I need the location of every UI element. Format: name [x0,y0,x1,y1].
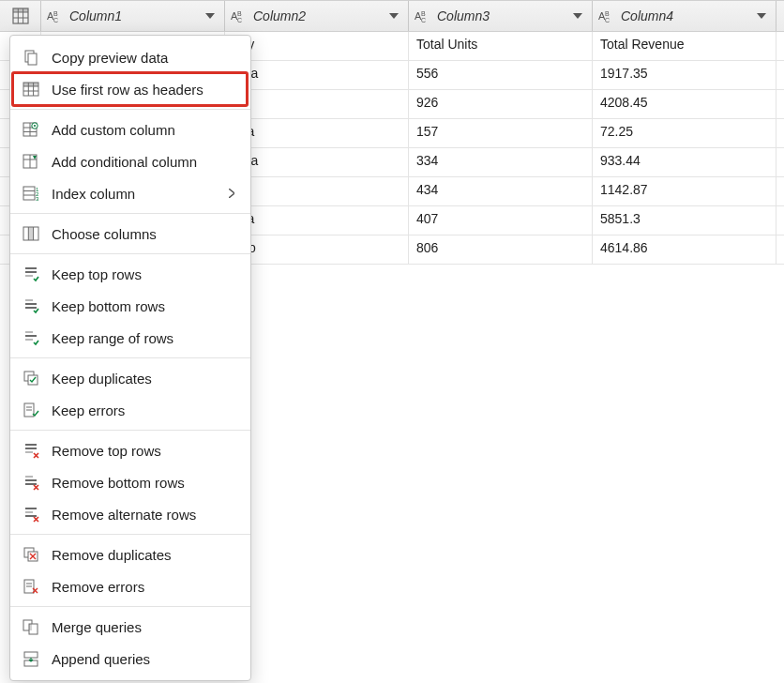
column-header-row: ABC Column1 ABC Column2 ABC Column3 ABC … [0,0,784,32]
menu-remove-top-rows[interactable]: Remove top rows [10,434,250,466]
abc-type-icon: ABC [415,8,433,23]
keep-errors-icon [22,401,40,419]
menu-add-conditional-column[interactable]: Add conditional column [10,145,250,177]
cell[interactable]: 334 [409,148,593,176]
menu-separator [10,606,250,607]
table-corner-button[interactable] [0,1,41,31]
svg-text:C: C [237,17,242,23]
cell[interactable]: A [225,177,409,205]
menu-use-first-row-as-headers[interactable]: Use first row as headers [10,73,250,105]
menu-remove-errors[interactable]: Remove errors [10,570,250,602]
menu-copy-preview-data[interactable]: Copy preview data [10,41,250,73]
table-icon [12,8,29,24]
menu-keep-duplicates[interactable]: Keep duplicates [10,362,250,394]
svg-text:B: B [421,10,426,17]
menu-label: Keep errors [52,402,237,418]
svg-text:C: C [53,17,58,23]
merge-queries-icon [22,617,40,636]
cell[interactable]: Total Revenue [593,32,776,60]
cell[interactable]: ntry [225,32,409,60]
svg-rect-21 [23,83,38,86]
column-header-1[interactable]: ABC Column1 [41,1,225,31]
column-header-2[interactable]: ABC Column2 [225,1,409,31]
column-label: Column2 [253,8,385,23]
menu-remove-bottom-rows[interactable]: Remove bottom rows [10,466,250,498]
keep-bottom-rows-icon [22,296,40,315]
cell[interactable]: 434 [409,177,593,205]
menu-label: Keep duplicates [52,371,237,387]
menu-label: Remove alternate rows [52,507,237,523]
menu-keep-errors[interactable]: Keep errors [10,394,250,426]
remove-errors-icon [22,577,40,596]
cell[interactable]: 556 [409,61,593,89]
menu-remove-alternate-rows[interactable]: Remove alternate rows [10,498,250,530]
menu-separator [10,253,250,254]
table-header-icon [22,80,40,99]
column-filter-dropdown[interactable] [753,8,770,24]
index-column-icon: 123 [22,184,40,203]
column-label: Column3 [437,8,569,23]
cell[interactable]: 407 [409,206,593,235]
cell[interactable]: 926 [409,90,593,118]
cell[interactable]: 5851.3 [593,206,776,235]
menu-label: Copy preview data [52,50,237,66]
menu-separator [10,213,250,214]
cell[interactable]: ada [225,206,409,235]
menu-label: Remove errors [52,579,237,595]
column-header-3[interactable]: ABC Column3 [409,1,593,31]
menu-merge-queries[interactable]: Merge queries [10,611,250,643]
menu-keep-range-of-rows[interactable]: Keep range of rows [10,322,250,354]
abc-type-icon: ABC [598,8,617,23]
cell[interactable]: ada [225,119,409,147]
column-filter-dropdown[interactable] [385,8,402,24]
table-context-menu: Copy preview data Use first row as heade… [9,35,251,681]
cell[interactable]: 157 [409,119,593,147]
menu-separator [10,430,250,431]
gear-table-icon [22,120,40,139]
svg-rect-35 [23,187,35,200]
menu-append-queries[interactable]: Append queries [10,643,250,675]
cell[interactable]: 4614.86 [593,235,776,264]
copy-icon [22,48,40,67]
menu-label: Add custom column [52,122,237,138]
column-filter-dropdown[interactable] [569,8,586,24]
menu-index-column[interactable]: 123 Index column [10,177,250,209]
chevron-right-icon [226,189,237,198]
menu-label: Remove duplicates [52,547,237,563]
cell[interactable]: xico [225,235,409,264]
menu-add-custom-column[interactable]: Add custom column [10,114,250,145]
svg-text:B: B [53,10,58,17]
cell[interactable]: ama [225,148,409,176]
column-filter-dropdown[interactable] [202,8,219,24]
cell[interactable]: Total Units [409,32,593,60]
cell[interactable]: 806 [409,235,593,264]
svg-rect-75 [29,624,32,630]
menu-separator [10,109,250,110]
svg-point-31 [34,125,36,127]
menu-keep-top-rows[interactable]: Keep top rows [10,258,250,290]
keep-range-rows-icon [22,328,40,347]
menu-label: Index column [52,186,215,202]
menu-choose-columns[interactable]: Choose columns [10,218,250,250]
cell[interactable]: 1142.87 [593,177,776,205]
svg-text:C: C [605,17,610,23]
svg-text:C: C [421,17,426,23]
cell[interactable]: 1917.35 [593,61,776,89]
cell[interactable]: 4208.45 [593,90,776,118]
menu-separator [10,357,250,358]
remove-duplicates-icon [22,545,40,564]
menu-remove-duplicates[interactable]: Remove duplicates [10,539,250,570]
menu-label: Merge queries [52,619,237,635]
keep-top-rows-icon [22,265,40,283]
cell[interactable]: 72.25 [593,119,776,147]
cell[interactable]: 933.44 [593,148,776,176]
menu-label: Add conditional column [52,154,237,170]
menu-label: Remove top rows [52,443,237,459]
cell[interactable]: ama [225,61,409,89]
remove-top-rows-icon [22,441,40,460]
menu-label: Remove bottom rows [52,475,237,491]
svg-text:B: B [237,10,242,17]
column-header-4[interactable]: ABC Column4 [593,1,776,31]
cell[interactable]: A [225,90,409,118]
menu-keep-bottom-rows[interactable]: Keep bottom rows [10,290,250,322]
